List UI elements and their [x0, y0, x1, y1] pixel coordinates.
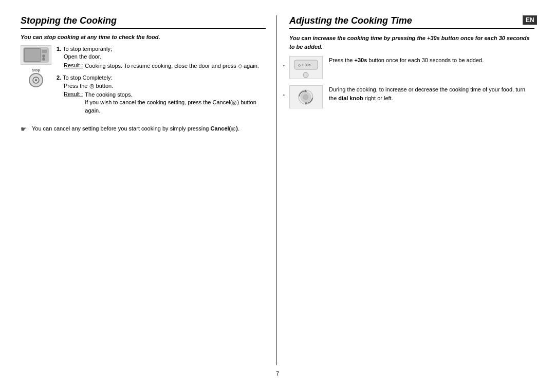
svg-point-8 [35, 79, 37, 81]
step1-result-text: Cooking stops. To resume cooking, close … [85, 62, 259, 70]
dial-knob-image [289, 85, 323, 108]
step1: 1. To stop temporarily; Open the door. R… [57, 45, 266, 70]
svg-rect-2 [25, 49, 40, 61]
plus30s-image: ◇ + 30s [289, 56, 323, 79]
step2-result: Result : The cooking stops. If you wish … [64, 91, 266, 115]
bullet1: • [283, 63, 285, 68]
left-column: Stopping the Cooking You can stop cookin… [21, 15, 276, 365]
two-column-layout: Stopping the Cooking You can stop cookin… [21, 15, 534, 365]
step1-main: To stop temporarily; [63, 46, 112, 52]
steps-container: Stop 1. To stop temporari [21, 45, 266, 119]
svg-point-6 [43, 58, 45, 61]
right-item1-text: Press the +30s button once for each 30 s… [329, 56, 484, 65]
step2-main: To stop Completely: [63, 74, 113, 81]
right-item1: • ◇ + 30s Press the +30s button once for… [289, 56, 534, 79]
step1-result-label: Result : [64, 62, 83, 70]
right-item2-text: During the cooking, to increase or decre… [329, 85, 534, 102]
step1-number: 1. [57, 46, 61, 52]
stop-circle [29, 73, 43, 87]
page-container: Stopping the Cooking You can stop cookin… [0, 0, 555, 392]
stop-button-image: Stop [21, 68, 51, 87]
step1-result: Result : Cooking stops. To resume cookin… [64, 62, 266, 70]
page-number: 7 [21, 370, 534, 377]
svg-point-14 [303, 95, 308, 100]
svg-point-5 [43, 55, 45, 58]
step2-number: 2. [57, 74, 61, 81]
left-title: Stopping the Cooking [21, 15, 266, 29]
left-subtitle: You can stop cooking at any time to chec… [21, 34, 266, 40]
tip-icon: ☛ [21, 125, 29, 133]
step2-result-text1: The cooking stops. [85, 91, 266, 99]
right-item2: • During the cooking, to [289, 85, 534, 108]
tip-box: ☛ You can cancel any setting before you … [21, 125, 266, 133]
tip-text: You can cancel any setting before you st… [32, 125, 239, 133]
images-column: Stop [21, 45, 51, 119]
step2-sub: Press the ◎ button. [64, 82, 266, 90]
step2-result-label: Result : [64, 91, 83, 115]
step2-result-text2: If you wish to cancel the cooking settin… [85, 99, 266, 115]
step2: 2. To stop Completely: Press the ◎ butto… [57, 74, 266, 115]
svg-text:◇ + 30s: ◇ + 30s [298, 63, 311, 67]
right-subtitle: You can increase the cooking time by pre… [289, 34, 534, 51]
microwave-image [21, 45, 51, 65]
stop-label: Stop [32, 68, 40, 72]
right-title: Adjusting the Cooking Time [289, 15, 534, 29]
steps-text: 1. To stop temporarily; Open the door. R… [57, 45, 266, 119]
svg-point-11 [303, 72, 308, 78]
right-column: EN Adjusting the Cooking Time You can in… [276, 15, 534, 365]
en-badge: EN [523, 15, 537, 25]
bullet2: • [283, 92, 285, 97]
step1-sub: Open the door. [64, 53, 266, 61]
svg-rect-4 [42, 50, 47, 53]
